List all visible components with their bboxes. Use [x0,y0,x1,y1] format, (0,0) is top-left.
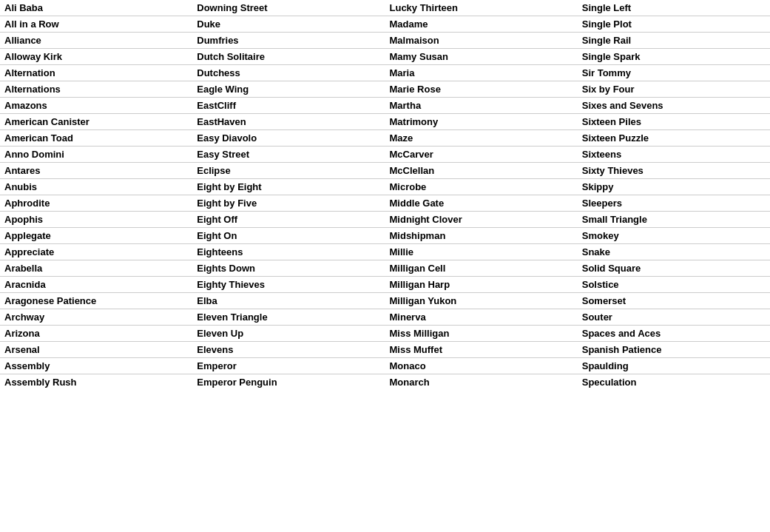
table-cell: Easy Street [192,147,385,163]
table-cell: Appreciate [0,244,192,260]
games-table: Ali BabaDowning StreetLucky ThirteenSing… [0,0,770,390]
table-cell: Single Left [578,0,770,16]
table-cell: Lucky Thirteen [385,0,578,16]
table-cell: Emperor [192,358,385,374]
table-cell: Millie [385,244,578,260]
table-row: AphroditeEight by FiveMiddle GateSleeper… [0,195,770,212]
table-cell: Single Rail [578,33,770,49]
table-cell: Arsenal [0,342,192,358]
table-cell: Milligan Harp [385,277,578,293]
table-cell: Sixteen Piles [578,114,770,130]
table-cell: Single Spark [578,49,770,65]
table-cell: Milligan Cell [385,260,578,277]
table-cell: McClellan [385,163,578,179]
table-cell: McCarver [385,147,578,163]
table-cell: Sixteens [578,147,770,163]
main-container: Ali BabaDowning StreetLucky ThirteenSing… [0,0,770,390]
table-row: American CanisterEastHavenMatrimonySixte… [0,114,770,130]
table-cell: Alternation [0,65,192,81]
table-cell: Elevens [192,342,385,358]
table-cell: Eight Off [192,212,385,228]
table-cell: Ali Baba [0,0,192,16]
table-cell: Miss Muffet [385,342,578,358]
table-cell: Downing Street [192,0,385,16]
table-row: ArsenalElevensMiss MuffetSpanish Patienc… [0,342,770,358]
table-cell: EastCliff [192,98,385,114]
table-cell: Miss Milligan [385,326,578,342]
table-cell: Eclipse [192,163,385,179]
table-cell: Easy Diavolo [192,130,385,147]
table-cell: Sleepers [578,195,770,212]
table-cell: Sixteen Puzzle [578,130,770,147]
table-cell: Sixes and Sevens [578,98,770,114]
table-cell: Eleven Triangle [192,309,385,326]
table-cell: Eights Down [192,260,385,277]
table-cell: American Canister [0,114,192,130]
table-cell: Microbe [385,179,578,195]
table-cell: Solid Square [578,260,770,277]
table-cell: Single Plot [578,16,770,33]
table-row: ArabellaEights DownMilligan CellSolid Sq… [0,260,770,277]
table-cell: Solstice [578,277,770,293]
table-cell: Small Triangle [578,212,770,228]
table-cell: Snake [578,244,770,260]
table-cell: Skippy [578,179,770,195]
table-cell: Six by Four [578,81,770,98]
table-cell: EastHaven [192,114,385,130]
table-cell: Apophis [0,212,192,228]
table-cell: Emperor Penguin [192,374,385,391]
table-cell: Spanish Patience [578,342,770,358]
table-row: Ali BabaDowning StreetLucky ThirteenSing… [0,0,770,16]
table-row: AmazonsEastCliffMarthaSixes and Sevens [0,98,770,114]
table-row: ApplegateEight OnMidshipmanSmokey [0,228,770,244]
table-cell: Aragonese Patience [0,293,192,309]
table-cell: Eighteens [192,244,385,260]
table-cell: Dumfries [192,33,385,49]
table-row: ApophisEight OffMidnight CloverSmall Tri… [0,212,770,228]
table-cell: Smokey [578,228,770,244]
table-cell: Madame [385,16,578,33]
table-row: American ToadEasy DiavoloMazeSixteen Puz… [0,130,770,147]
table-cell: Assembly [0,358,192,374]
table-row: All in a RowDukeMadameSingle Plot [0,16,770,33]
table-cell: Souter [578,309,770,326]
table-row: AnubisEight by EightMicrobeSkippy [0,179,770,195]
table-cell: Dutch Solitaire [192,49,385,65]
table-row: Alloway KirkDutch SolitaireMamy SusanSin… [0,49,770,65]
table-cell: Midnight Clover [385,212,578,228]
table-cell: Antares [0,163,192,179]
table-cell: Midshipman [385,228,578,244]
table-cell: Anubis [0,179,192,195]
table-cell: Somerset [578,293,770,309]
table-cell: Sir Tommy [578,65,770,81]
table-cell: Malmaison [385,33,578,49]
table-cell: Eight by Eight [192,179,385,195]
table-row: AlternationDutchessMariaSir Tommy [0,65,770,81]
table-cell: Minerva [385,309,578,326]
table-cell: Eight by Five [192,195,385,212]
table-cell: Aphrodite [0,195,192,212]
table-cell: Anno Domini [0,147,192,163]
table-cell: Speculation [578,374,770,391]
table-cell: Middle Gate [385,195,578,212]
table-row: AracnidaEighty ThievesMilligan HarpSolst… [0,277,770,293]
table-cell: Milligan Yukon [385,293,578,309]
table-row: Anno DominiEasy StreetMcCarverSixteens [0,147,770,163]
table-cell: Monarch [385,374,578,391]
table-cell: Amazons [0,98,192,114]
table-cell: Martha [385,98,578,114]
table-row: Assembly RushEmperor PenguinMonarchSpecu… [0,374,770,391]
table-cell: Dutchess [192,65,385,81]
table-cell: Aracnida [0,277,192,293]
table-cell: Marie Rose [385,81,578,98]
table-cell: Arabella [0,260,192,277]
table-cell: Matrimony [385,114,578,130]
table-row: AllianceDumfriesMalmaisonSingle Rail [0,33,770,49]
table-cell: Eagle Wing [192,81,385,98]
table-cell: Maria [385,65,578,81]
table-cell: Assembly Rush [0,374,192,391]
table-cell: Alliance [0,33,192,49]
table-cell: American Toad [0,130,192,147]
table-cell: Eleven Up [192,326,385,342]
table-row: AlternationsEagle WingMarie RoseSix by F… [0,81,770,98]
